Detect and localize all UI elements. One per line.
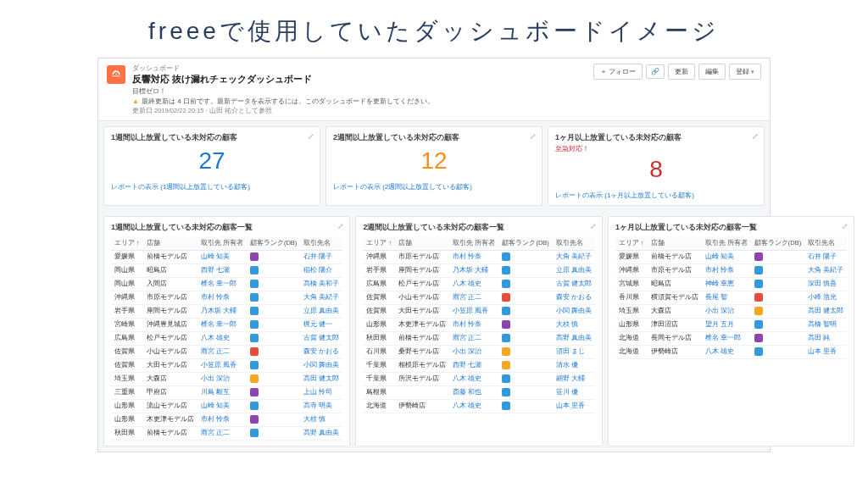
table-row[interactable]: 岡山県入間店椎名 幸一郎高橋 美和子 (111, 277, 342, 291)
table-header[interactable]: 取引先 所有者 (198, 236, 247, 251)
expand-icon[interactable]: ⤢ (530, 132, 537, 141)
rank-badge (502, 388, 510, 396)
table-row[interactable]: 愛媛県前橋モデル店山崎 知美石井 陽子 (615, 250, 847, 263)
table-cell: 山本 里香 (553, 399, 595, 413)
table-row[interactable]: 広島県松戸モデル店八木 雄史古賀 健太郎 (363, 277, 594, 291)
table-row[interactable]: 宮崎県沖縄豊見城店椎名 幸一郎梶元 健一 (111, 318, 342, 331)
table-row[interactable]: 埼玉県大森店小出 深治高田 健太郎 (111, 372, 342, 385)
table-row[interactable]: 山形県流山モデル店山崎 知美高寺 明美 (111, 399, 342, 413)
table-row[interactable]: 岩手県座間モデル店乃木坂 大輔立原 真由美 (111, 304, 342, 318)
table-row[interactable]: 山形県木更津モデル店市村 怜奈大枝 慎 (111, 413, 342, 426)
expand-icon[interactable]: ⤢ (842, 222, 849, 230)
table-cell: 山形県 (363, 318, 395, 331)
rank-badge (250, 415, 259, 424)
expand-icon[interactable]: ⤢ (337, 222, 344, 230)
table-header[interactable]: 顧客ランク(DB) (751, 236, 804, 251)
table-row[interactable]: 佐賀県大田モデル店小笠原 風香小関 舞由美 (363, 304, 594, 318)
table-cell (247, 304, 300, 318)
rank-badge (250, 347, 259, 356)
metric-card: 2週間以上放置している未対応の顧客⤢12レポートの表示 (2週間以上放置している… (326, 126, 542, 206)
table-cell: 神崎 幸恵 (702, 277, 751, 291)
table-cell: 乃木坂 大輔 (198, 304, 247, 318)
table-cell: 愛媛県 (111, 250, 143, 263)
table-row[interactable]: 宮城県昭島店神崎 幸恵深田 慎吾 (615, 277, 847, 291)
table-cell (498, 385, 552, 399)
table-cell: 椎名 幸一郎 (198, 318, 247, 331)
table-header[interactable]: 店舗 (395, 236, 449, 251)
table-row[interactable]: 沖縄県市原モデル店市村 怜奈大角 美紀子 (615, 263, 847, 277)
report-link[interactable]: レポートの表示 (1週間以上放置している顧客) (111, 182, 250, 191)
table-row[interactable]: 愛媛県前橋モデル店山崎 知美石井 陽子 (111, 250, 342, 263)
register-button[interactable]: 登録 (729, 64, 761, 80)
expand-icon[interactable]: ⤢ (308, 132, 314, 141)
table-row[interactable]: 北海道長岡モデル店椎名 幸一郎高田 純 (615, 331, 847, 345)
table-row[interactable]: 岩手県座間モデル店乃木坂 大輔立原 真由美 (363, 263, 594, 277)
follow-button[interactable]: ＋ フォロー (593, 64, 643, 80)
expand-icon[interactable]: ⤢ (752, 132, 759, 141)
table-cell: 小関 舞由美 (300, 358, 342, 372)
table-header[interactable]: 取引先 所有者 (702, 236, 751, 251)
table-row[interactable]: 秋田県前橋モデル店雨宮 正二高野 真由美 (111, 426, 342, 440)
table-header[interactable]: エリア ↑ (615, 236, 648, 251)
link-button[interactable]: 🔗 (646, 64, 665, 79)
table-row[interactable]: 山形県津田沼店望月 五月高橋 智明 (615, 318, 847, 331)
breadcrumb: ダッシュボード (132, 64, 587, 73)
table-cell: 宮城県 (615, 277, 648, 291)
table-header[interactable]: エリア ↑ (363, 236, 395, 251)
table-row[interactable]: 島根県斎藤 和也笹川 優 (363, 385, 594, 399)
table-cell (247, 372, 300, 385)
table-row[interactable]: 秋田県前橋モデル店雨宮 正二高野 真由美 (363, 331, 594, 345)
table-row[interactable]: 佐賀県小山モデル店雨宮 正二森安 かおる (363, 291, 594, 304)
warning-icon: ▲ (132, 97, 139, 105)
table-cell: 岡山県 (111, 277, 143, 291)
table-header[interactable]: 取引先名 (804, 236, 847, 251)
table-header[interactable]: 店舗 (648, 236, 702, 251)
table-row[interactable]: 北海道伊勢崎店八木 雄史山本 里香 (615, 345, 847, 358)
report-link[interactable]: レポートの表示 (1ヶ月以上放置している顧客) (555, 191, 694, 200)
table-header[interactable]: 取引先 所有者 (449, 236, 498, 251)
table-cell: 石井 陽子 (804, 250, 847, 263)
table-row[interactable]: 佐賀県大田モデル店小笠原 風香小関 舞由美 (111, 358, 342, 372)
rank-badge (250, 320, 259, 329)
table-row[interactable]: 香川県横須賀モデル店長尾 智小峰 浩光 (615, 291, 847, 304)
rank-badge (502, 374, 510, 383)
table-row[interactable]: 山形県木更津モデル店市村 怜奈大枝 慎 (363, 318, 594, 331)
table-cell: 高橋 智明 (804, 318, 847, 331)
table-header[interactable]: 店舗 (143, 236, 198, 251)
rank-badge (502, 293, 510, 302)
table-header[interactable]: 取引先名 (553, 236, 595, 251)
table-row[interactable]: 埼玉県大森店小出 深治高田 健太郎 (615, 304, 847, 318)
table-row[interactable]: 三重県甲府店川島 毅互上山 怜司 (111, 385, 342, 399)
rank-badge (754, 293, 763, 302)
table-cell: 木更津モデル店 (395, 318, 449, 331)
table-cell (751, 304, 804, 318)
expand-icon[interactable]: ⤢ (590, 222, 597, 230)
table-row[interactable]: 千葉県相模原モデル店西野 七瀬清水 優 (363, 358, 594, 372)
table-cell: 昭島店 (648, 277, 702, 291)
table-cell: 大枝 慎 (553, 318, 595, 331)
table-row[interactable]: 岡山県昭島店西野 七瀬稲松 陽介 (111, 263, 342, 277)
table-row[interactable]: 北海道伊勢崎店八木 雄史山本 里香 (363, 399, 594, 413)
refresh-button[interactable]: 更新 (668, 64, 695, 80)
table-header[interactable]: 顧客ランク(DB) (498, 236, 552, 251)
report-link[interactable]: レポートの表示 (2週間以上放置している顧客) (333, 182, 472, 191)
table-cell (247, 385, 300, 399)
table-cell: 八木 雄史 (449, 277, 498, 291)
table-row[interactable]: 佐賀県小山モデル店雨宮 正二森安 かおる (111, 345, 342, 358)
table-card: 1週間以上放置している未対応の顧客一覧⤢エリア ↑店舗取引先 所有者顧客ランク(… (103, 216, 350, 446)
table-header[interactable]: 取引先名 (300, 236, 342, 251)
table-cell (751, 263, 804, 277)
table-cell: 清水 優 (553, 358, 595, 372)
table-row[interactable]: 沖縄県市原モデル店市村 怜奈大角 美紀子 (363, 250, 594, 263)
rank-badge (502, 280, 510, 288)
table-row[interactable]: 広島県松戸モデル店八木 雄史古賀 健太郎 (111, 331, 342, 345)
table-header[interactable]: エリア ↑ (111, 236, 143, 251)
table-row[interactable]: 沖縄県市原モデル店市村 怜奈大角 美紀子 (111, 291, 342, 304)
edit-button[interactable]: 編集 (698, 64, 726, 80)
table-header[interactable]: 顧客ランク(DB) (247, 236, 300, 251)
table-row[interactable]: 千葉県所沢モデル店八木 雄史細野 大輔 (363, 372, 594, 385)
table-row[interactable]: 石川県桑野モデル店小出 深治須田 まじ (363, 345, 594, 358)
table-cell: 座間モデル店 (143, 304, 198, 318)
rank-badge (502, 320, 510, 329)
table-cell (751, 277, 804, 291)
